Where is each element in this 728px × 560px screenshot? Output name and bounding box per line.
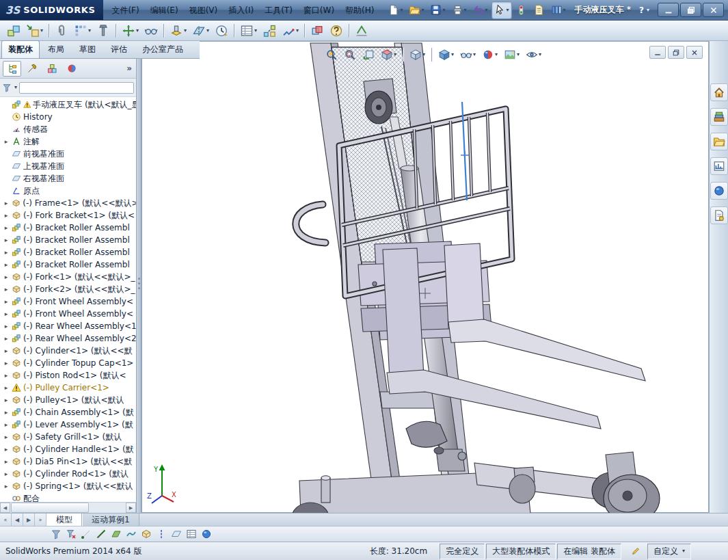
view-palette-button[interactable] (710, 157, 728, 175)
hide-show-items-button[interactable]: ▾ (457, 46, 478, 64)
scrollbar-right-arrow[interactable]: ▶ (126, 503, 136, 513)
solidworks-resources-button[interactable] (710, 83, 728, 101)
expand-arrow-icon[interactable]: ▸ (3, 200, 10, 206)
save-document-button[interactable]: ▾ (427, 1, 448, 19)
close-document-button[interactable] (686, 46, 703, 59)
minimize-document-button[interactable] (649, 46, 666, 59)
filter-faces-button[interactable] (109, 527, 123, 541)
tree-item[interactable]: ▸(-) Pulley Carrier<1> (0, 382, 136, 394)
propertymanager-tab-button[interactable] (23, 61, 41, 77)
expand-arrow-icon[interactable]: ▸ (3, 298, 10, 305)
menu-view[interactable]: 视图(V) (184, 0, 224, 21)
expand-arrow-icon[interactable]: ▸ (3, 372, 10, 379)
show-hidden-components-button[interactable] (141, 22, 161, 40)
tree-item[interactable]: ▸(-) Bracket Roller Assembl (0, 246, 136, 258)
maximize-app-button[interactable] (680, 3, 701, 17)
filter-vertices-button[interactable] (79, 527, 93, 541)
file-properties-button[interactable] (530, 1, 548, 19)
tab-office-products[interactable]: 办公室产品 (135, 40, 190, 58)
assembly-xpert-button[interactable] (327, 22, 346, 40)
tab-model[interactable]: 模型 (46, 514, 82, 526)
apply-scene-button[interactable]: ▾ (501, 46, 522, 64)
expand-arrow-icon[interactable]: ▸ (3, 335, 10, 342)
section-view-button[interactable]: ▾ (378, 46, 399, 64)
menu-help[interactable]: 帮助(H) (340, 0, 379, 21)
rebuild-button[interactable] (513, 1, 530, 19)
expand-arrow-icon[interactable]: ▸ (3, 483, 10, 490)
tree-item[interactable]: ▸(-) Front Wheel Assembly< (0, 308, 136, 320)
interference-detection-button[interactable] (308, 22, 327, 40)
expand-arrow-icon[interactable]: ▸ (3, 224, 10, 231)
instant3d-button[interactable] (352, 22, 371, 40)
expand-arrow-icon[interactable]: ▸ (3, 458, 10, 465)
tree-item[interactable]: ▸(-) Frame<1> (默认<<默认>_ (0, 197, 136, 209)
displaymanager-tab-button[interactable] (62, 61, 81, 77)
tab-evaluate[interactable]: 评估 (104, 40, 134, 58)
expand-arrow-icon[interactable]: ▸ (3, 421, 10, 428)
smart-fasteners-button[interactable] (94, 22, 113, 40)
tree-item[interactable]: History (0, 111, 136, 123)
tree-item[interactable]: 手动液压叉车 (默认<默认_显 (0, 98, 136, 111)
filter-surface-bodies-button[interactable] (124, 527, 138, 541)
tree-item[interactable]: ▸(-) Chain Assembly<1> (默 (0, 406, 136, 418)
tree-item[interactable]: 配合 (0, 492, 136, 502)
panel-overflow-button[interactable]: » (126, 64, 133, 73)
scroll-first-button[interactable]: « (0, 514, 12, 526)
previous-view-button[interactable] (360, 46, 377, 64)
menu-window[interactable]: 窗口(W) (298, 0, 340, 21)
tree-item[interactable]: ▸(-) Cylinder<1> (默认<<默 (0, 345, 136, 357)
panel-splitter[interactable] (137, 59, 141, 513)
view-settings-button[interactable]: ▾ (523, 46, 544, 64)
tree-item[interactable]: 原点 (0, 185, 136, 197)
tab-motion-study[interactable]: 运动算例1 (82, 514, 139, 526)
expand-arrow-icon[interactable]: ▸ (3, 446, 10, 453)
expand-arrow-icon[interactable]: ▸ (3, 310, 10, 317)
appearances-scenes-button[interactable] (710, 182, 728, 200)
expand-arrow-icon[interactable]: ▸ (3, 138, 10, 145)
configurationmanager-tab-button[interactable] (42, 61, 61, 77)
file-explorer-button[interactable] (710, 133, 728, 150)
splitter-grip-icon[interactable] (137, 267, 140, 299)
new-document-button[interactable]: ▾ (385, 1, 405, 19)
scrollbar-thumb[interactable] (11, 503, 89, 513)
tree-item[interactable]: ▸(-) Pulley<1> (默认<默认 (0, 394, 136, 406)
print-document-button[interactable]: ▾ (449, 1, 470, 19)
tree-item[interactable]: ▸(-) Fork<2> (默认<<默认>_ (0, 283, 136, 295)
tree-item[interactable]: ▸注解 (0, 135, 136, 148)
zoom-fit-button[interactable] (323, 46, 340, 64)
new-motion-study-button[interactable] (212, 22, 231, 40)
featuremanager-tab-button[interactable] (3, 61, 21, 77)
menu-file[interactable]: 文件(F) (106, 0, 144, 21)
view-orientation-button[interactable]: ▾ (407, 46, 428, 64)
scroll-left-button[interactable]: ◀ (12, 514, 23, 526)
menu-tools[interactable]: 工具(T) (259, 0, 298, 21)
tree-item[interactable]: 传感器 (0, 123, 136, 135)
scroll-last-button[interactable]: » (35, 514, 46, 526)
tree-item[interactable]: ▸(-) Cylinder Topup Cap<1> (0, 357, 136, 369)
menu-insert[interactable]: 插入(I) (223, 0, 259, 21)
assembly-features-button[interactable]: ▾ (167, 22, 189, 40)
tree-item[interactable]: ▸(-) Spring<1> (默认<<默认 (0, 480, 136, 492)
design-library-button[interactable] (710, 108, 728, 126)
filter-funnel-button[interactable] (2, 83, 12, 92)
menu-edit[interactable]: 编辑(E) (145, 0, 184, 21)
tree-item[interactable]: ▸(-) Cylinder Rod<1> (默认 (0, 468, 136, 480)
tree-item[interactable]: ▸(-) Lever Assembly<1> (默 (0, 418, 136, 431)
display-style-button[interactable]: ▾ (435, 46, 457, 64)
viewport[interactable]: ▾▾▾▾▾▾▾ Y Z X (141, 41, 709, 513)
tree-item[interactable]: ▸(-) Bracket Roller Assembl (0, 234, 136, 246)
filter-solid-bodies-button[interactable] (139, 527, 153, 541)
tree-item[interactable]: ▸(-) Dia5 Pin<1> (默认<<默 (0, 455, 136, 468)
exploded-view-button[interactable] (260, 22, 279, 40)
help-button[interactable]: ? ▾ (639, 5, 649, 15)
filter-planes-button[interactable] (170, 527, 183, 541)
tree-item[interactable]: ▸(-) Safety Grill<1> (默认 (0, 431, 136, 443)
insert-components-button[interactable]: ▾ (23, 22, 46, 40)
expand-arrow-icon[interactable]: ▸ (3, 286, 10, 293)
tab-layout[interactable]: 布局 (41, 40, 71, 58)
tree-item[interactable]: ▸(-) Bracket Roller Assembl (0, 222, 136, 234)
mate-button[interactable] (52, 22, 71, 40)
expand-arrow-icon[interactable]: ▸ (3, 409, 10, 416)
selection-filter-table-button[interactable] (185, 527, 198, 541)
filter-edges-button[interactable] (94, 527, 108, 541)
